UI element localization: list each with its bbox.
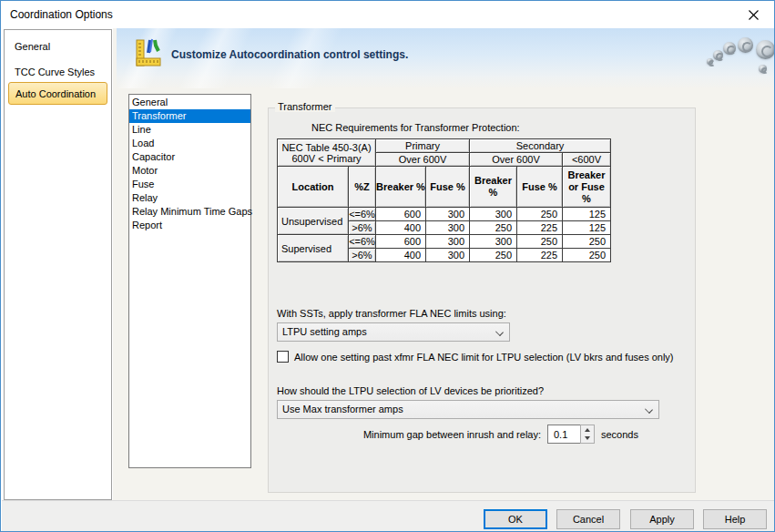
- value-cell: 600: [376, 235, 426, 249]
- groupbox-label: Transformer: [275, 101, 335, 112]
- col-header-location: Location: [278, 167, 349, 208]
- nec-requirements-table: NEC Table 450-3(A) 600V < Primary Primar…: [277, 138, 611, 262]
- col-header-z: %Z: [349, 167, 376, 208]
- transformer-groupbox: Transformer NEC Requirements for Transfo…: [268, 107, 696, 493]
- minimum-gap-input[interactable]: [547, 425, 580, 444]
- value-cell: 225: [517, 249, 563, 262]
- value-cell: 400: [376, 221, 426, 235]
- footer: OK Cancel Apply Help: [2, 500, 775, 532]
- category-item-line[interactable]: Line: [129, 123, 250, 137]
- priority-label: How should the LTPU selection of LV devi…: [277, 385, 544, 396]
- arrow-up-icon: [585, 428, 590, 432]
- help-button[interactable]: Help: [703, 509, 767, 529]
- sidebar-item-general[interactable]: General: [8, 36, 107, 58]
- value-cell: 250: [517, 235, 563, 249]
- corner-line1: NEC Table 450-3(A): [278, 142, 375, 153]
- table-corner-cell: NEC Table 450-3(A) 600V < Primary: [278, 139, 376, 167]
- chevron-down-icon: [646, 406, 652, 413]
- category-item-transformer[interactable]: Transformer: [129, 109, 250, 123]
- logo-bubble-icon: [756, 40, 775, 59]
- z-cell: <=6%: [349, 235, 376, 249]
- close-button[interactable]: [739, 5, 767, 25]
- col-header-breaker-sec: Breaker %: [470, 167, 517, 208]
- cancel-button[interactable]: Cancel: [556, 509, 620, 529]
- sidebar-item-tcc-curve-styles[interactable]: TCC Curve Styles: [8, 61, 107, 84]
- col-header-breaker-pri: Breaker %: [376, 167, 426, 208]
- banner-title: Customize Autocoordination control setti…: [171, 48, 408, 61]
- window-title: Coordination Options: [10, 8, 113, 21]
- category-item-report[interactable]: Report: [129, 219, 250, 232]
- value-cell: 250: [563, 235, 611, 249]
- logo-bubble-icon: [707, 58, 713, 65]
- value-cell: 300: [426, 208, 470, 221]
- category-item-fuse[interactable]: Fuse: [129, 178, 250, 191]
- table-row: Unsupervised <=6% 600 300 300 250 125: [278, 208, 611, 221]
- value-cell: 300: [426, 249, 470, 262]
- allow-setting-checkbox-label: Allow one setting past xfmr FLA NEC limi…: [294, 352, 674, 363]
- value-cell: 300: [426, 221, 470, 235]
- banner: Customize Autocoordination control setti…: [117, 28, 775, 88]
- arrow-down-icon: [585, 436, 590, 440]
- col-header-fuse-pri: Fuse %: [426, 167, 470, 208]
- col-header-fuse-sec: Fuse %: [517, 167, 563, 208]
- value-cell: 125: [563, 208, 611, 221]
- location-cell: Supervised: [278, 235, 349, 262]
- category-item-relay-min-time-gaps[interactable]: Relay Minimum Time Gaps: [129, 205, 250, 219]
- close-icon: [749, 10, 759, 20]
- stepper-up-button[interactable]: [581, 425, 594, 435]
- logo-bubble-icon: [713, 50, 723, 60]
- primary-header: Primary: [376, 139, 470, 153]
- corner-line2: 600V < Primary: [278, 153, 375, 164]
- value-cell: 300: [470, 208, 517, 221]
- priority-dropdown-value: Use Max transformer amps: [282, 404, 403, 414]
- ok-button[interactable]: OK: [484, 509, 547, 529]
- sidebar-item-auto-coordination[interactable]: Auto Coordination: [8, 82, 107, 105]
- col-header-breaker-or-fuse: Breaker or Fuse %: [563, 167, 611, 208]
- content-area: Customize Autocoordination control setti…: [113, 28, 775, 500]
- category-item-motor[interactable]: Motor: [129, 164, 250, 178]
- apply-button[interactable]: Apply: [630, 509, 694, 529]
- allow-setting-checkbox-row: Allow one setting past xfmr FLA NEC limi…: [277, 351, 674, 363]
- value-cell: 250: [563, 249, 611, 262]
- ssts-dropdown[interactable]: LTPU setting amps: [277, 322, 510, 342]
- minimum-gap-unit: seconds: [601, 429, 638, 440]
- table-row: Supervised <=6% 600 300 300 250 250: [278, 235, 611, 249]
- ruler-curves-icon: [135, 36, 164, 73]
- value-cell: 300: [470, 235, 517, 249]
- logo-bubble-icon: [759, 65, 767, 73]
- secondary-under-header: <600V: [563, 153, 611, 167]
- value-cell: 300: [426, 235, 470, 249]
- ssts-dropdown-value: LTPU setting amps: [282, 326, 367, 337]
- location-cell: Unsupervised: [278, 208, 349, 235]
- logo-bubble-icon: [723, 42, 736, 55]
- chevron-down-icon: [496, 329, 503, 335]
- z-cell: <=6%: [349, 208, 376, 221]
- primary-sub-header: Over 600V: [376, 153, 470, 167]
- logo-bubble-icon: [738, 37, 753, 53]
- minimum-gap-label: Minimum gap between inrush and relay:: [277, 429, 541, 440]
- priority-dropdown[interactable]: Use Max transformer amps: [277, 400, 659, 419]
- category-listbox: General Transformer Line Load Capacitor …: [128, 94, 251, 468]
- category-item-capacitor[interactable]: Capacitor: [129, 150, 250, 164]
- allow-setting-checkbox[interactable]: [277, 351, 289, 363]
- sidebar: General TCC Curve Styles Auto Coordinati…: [4, 29, 112, 500]
- titlebar: Coordination Options: [1, 1, 774, 28]
- value-cell: 250: [517, 208, 563, 221]
- category-item-load[interactable]: Load: [129, 137, 250, 150]
- minimum-gap-stepper: [580, 425, 595, 444]
- nec-table-title: NEC Requirements for Transformer Protect…: [311, 122, 520, 133]
- stepper-down-button[interactable]: [581, 435, 594, 444]
- secondary-header: Secondary: [470, 139, 611, 153]
- category-item-relay[interactable]: Relay: [129, 191, 250, 205]
- value-cell: 250: [470, 249, 517, 262]
- secondary-over-header: Over 600V: [470, 153, 563, 167]
- value-cell: 250: [470, 221, 517, 235]
- ssts-label: With SSTs, apply transformer FLA NEC lim…: [277, 308, 506, 319]
- category-item-general[interactable]: General: [129, 96, 250, 109]
- minimum-gap-row: Minimum gap between inrush and relay: se…: [277, 425, 638, 444]
- value-cell: 225: [517, 221, 563, 235]
- coordination-options-dialog: Coordination Options General TCC Curve S…: [0, 0, 775, 532]
- value-cell: 600: [376, 208, 426, 221]
- value-cell: 125: [563, 221, 611, 235]
- value-cell: 400: [376, 249, 426, 262]
